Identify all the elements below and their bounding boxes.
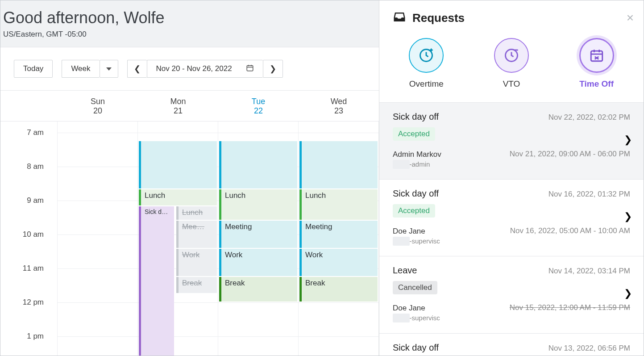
chevron-left-icon: ❮ [134, 64, 141, 74]
panel-header: Requests × [379, 0, 644, 30]
chevron-right-icon: ❯ [624, 211, 632, 222]
calendar-event[interactable]: Lunch [299, 189, 378, 220]
calendar-event[interactable]: Meeting [299, 221, 378, 248]
date-range-label: Nov 20 - Nov 26, 2022 [156, 64, 232, 73]
calendar-event[interactable]: Work [176, 249, 217, 276]
day-number: 20 [58, 106, 138, 116]
date-range-picker: ❮ Nov 20 - Nov 26, 2022 ❯ [127, 60, 283, 78]
request-item[interactable]: Sick day offNov 13, 2022, 06:56 PM [379, 334, 644, 356]
calendar-event[interactable]: Work [219, 249, 297, 276]
prev-button[interactable]: ❮ [127, 60, 147, 78]
requests-panel: Requests × Overtime VTO Time Off Sick da… [379, 0, 644, 356]
calendar-event[interactable]: Lunch [219, 189, 297, 220]
calendar-event[interactable]: Meeting [219, 221, 297, 248]
request-title: Leave [393, 265, 417, 276]
calendar-event[interactable] [139, 141, 217, 188]
calendar: Sun20Mon21Tue22Wed23 7 am8 am9 am10 am11… [0, 91, 379, 356]
calendar-event[interactable]: Lunch [176, 206, 217, 220]
calendar-event[interactable] [219, 141, 297, 188]
request-person: Doe Janexxxxx-supervisc [393, 303, 440, 323]
request-title: Sick day off [393, 112, 439, 122]
request-item[interactable]: Sick day offNov 16, 2022, 01:32 PMAccept… [379, 180, 644, 256]
svg-rect-0 [247, 65, 253, 71]
calendar-column[interactable]: LunchMeetingWorkBreak [299, 121, 379, 356]
hour-gutter: 7 am8 am9 am10 am11 am12 pm1 pm [0, 121, 58, 356]
hour-label: 9 am [27, 196, 44, 205]
request-timestamp: Nov 13, 2022, 06:56 PM [548, 344, 630, 353]
calendar-grid: 7 am8 am9 am10 am11 am12 pm1 pm LunchSic… [0, 121, 379, 356]
inbox-icon [393, 10, 406, 25]
greeting: Good afternoon, Wolfe [3, 8, 376, 27]
overtime-icon [409, 38, 444, 73]
chevron-right-icon: ❯ [624, 288, 632, 299]
tab-timeoff-label: Time Off [579, 79, 614, 89]
hour-label: 7 am [27, 128, 44, 137]
calendar-event[interactable]: Lunch [139, 189, 217, 205]
caret-down-icon [106, 67, 112, 71]
close-icon[interactable]: × [627, 11, 634, 25]
vto-icon [494, 38, 529, 73]
calendar-column[interactable]: LunchSick da…LunchMee…WorkBreak [138, 121, 218, 356]
day-number: 23 [299, 106, 379, 116]
page-header: Good afternoon, Wolfe US/Eastern, GMT -0… [0, 0, 379, 47]
request-when: Nov 15, 2022, 12:00 AM - 11:59 PM [510, 303, 630, 312]
calendar-event[interactable]: Mee… [176, 221, 217, 248]
request-timestamp: Nov 14, 2022, 03:14 PM [548, 267, 630, 276]
timeoff-icon [579, 38, 614, 73]
tab-vto-label: VTO [494, 79, 529, 89]
main-pane: Good afternoon, Wolfe US/Eastern, GMT -0… [0, 0, 379, 356]
calendar-column[interactable] [58, 121, 138, 356]
request-when: Nov 16, 2022, 05:00 AM - 10:00 AM [510, 226, 630, 235]
day-head: Wed23 [299, 91, 379, 121]
view-picker: Week [62, 60, 118, 78]
tab-overtime-label: Overtime [409, 79, 444, 89]
request-type-tabs: Overtime VTO Time Off [379, 30, 644, 103]
calendar-toolbar: Today Week ❮ Nov 20 - Nov 26, 2022 ❯ [0, 47, 379, 91]
request-timestamp: Nov 22, 2022, 02:02 PM [548, 113, 630, 122]
request-timestamp: Nov 16, 2022, 01:32 PM [548, 190, 630, 199]
hour-label: 12 pm [23, 298, 44, 307]
request-person: Admin Markovxxxxx-admin [393, 150, 441, 169]
calendar-event[interactable]: Break [176, 277, 217, 293]
calendar-event[interactable]: Sick da… [139, 206, 174, 356]
day-of-week: Sun [58, 97, 138, 106]
status-badge: Accepted [393, 127, 435, 141]
day-number: 21 [138, 106, 218, 116]
request-title: Sick day off [393, 188, 439, 199]
day-head: Tue22 [218, 91, 299, 121]
tab-timeoff[interactable]: Time Off [579, 38, 614, 89]
request-when: Nov 21, 2022, 09:00 AM - 06:00 PM [510, 150, 630, 159]
timezone: US/Eastern, GMT -05:00 [3, 30, 376, 39]
calendar-column[interactable]: LunchMeetingWorkBreak [218, 121, 299, 356]
day-number: 22 [218, 106, 299, 116]
tab-overtime[interactable]: Overtime [409, 38, 444, 89]
hour-label: 8 am [27, 162, 44, 171]
request-list[interactable]: Sick day offNov 22, 2022, 02:02 PMAccept… [379, 103, 644, 356]
today-button[interactable]: Today [14, 60, 53, 78]
date-range-button[interactable]: Nov 20 - Nov 26, 2022 [147, 60, 263, 78]
day-of-week: Tue [218, 97, 299, 106]
calendar-event[interactable]: Break [299, 277, 378, 302]
calendar-icon [246, 64, 254, 74]
svg-rect-3 [591, 51, 602, 61]
request-item[interactable]: LeaveNov 14, 2022, 03:14 PMCancelled❯Doe… [379, 256, 644, 333]
view-label[interactable]: Week [62, 60, 99, 78]
chevron-right-icon: ❯ [624, 134, 632, 146]
view-dropdown-button[interactable] [100, 60, 118, 78]
calendar-event[interactable]: Break [219, 277, 297, 302]
status-badge: Cancelled [393, 281, 437, 294]
day-of-week: Wed [299, 97, 379, 106]
day-head: Mon21 [138, 91, 218, 121]
request-title: Sick day off [393, 343, 439, 353]
chevron-right-icon: ❯ [270, 64, 276, 74]
request-item[interactable]: Sick day offNov 22, 2022, 02:02 PMAccept… [379, 103, 644, 180]
calendar-event[interactable] [299, 141, 378, 188]
hour-label: 11 am [23, 264, 44, 273]
panel-title: Requests [412, 11, 627, 25]
day-head: Sun20 [58, 91, 138, 121]
request-person: Doe Janexxxxx-supervisc [393, 226, 440, 246]
hour-label: 1 pm [27, 332, 44, 341]
next-button[interactable]: ❯ [263, 60, 283, 78]
tab-vto[interactable]: VTO [494, 38, 529, 89]
calendar-event[interactable]: Work [299, 249, 378, 276]
